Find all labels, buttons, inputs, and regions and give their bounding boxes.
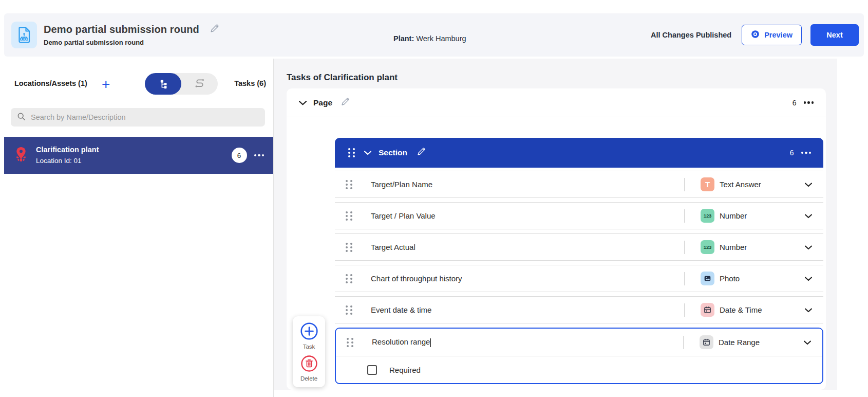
delete-task-button[interactable]: Delete [300,355,318,382]
task-name[interactable]: Target/Plan Name [371,180,432,189]
view-toggle [145,73,218,95]
plant-info: Plant: Werk Hamburg [393,34,466,43]
required-checkbox[interactable] [367,365,377,375]
edit-page-pencil-icon[interactable] [341,97,350,109]
date-range-icon [700,335,713,349]
next-button[interactable]: Next [810,24,859,46]
tree-view-toggle[interactable] [145,73,181,95]
location-item-clarification-plant[interactable]: Clarification plant Location Id: 01 6 [4,137,273,174]
chevron-down-icon[interactable] [804,338,811,347]
task-name[interactable]: Event date & time [371,305,431,314]
delete-task-label: Delete [300,375,317,382]
type-divider [684,241,685,254]
text-cursor [430,338,431,347]
type-divider [684,178,685,191]
type-divider [684,272,685,285]
selected-task-card: Resolution range Date Range Required [335,328,823,384]
task-type-label[interactable]: Number [720,211,747,220]
section-header[interactable]: Section 6 [335,138,823,168]
number-icon: 123 [701,240,714,254]
task-type-label[interactable]: Photo [720,274,740,283]
task-type-label[interactable]: Number [720,243,747,251]
page-card: Page 6 Section [287,88,826,390]
location-task-count-badge: 6 [232,148,247,163]
page-label: Page [313,98,332,107]
edit-title-pencil-icon[interactable] [210,24,219,35]
task-drag-handle-icon[interactable] [347,338,353,347]
page-collapse-chevron-icon[interactable] [299,98,307,107]
locations-count-label: Locations/Assets (1) [14,79,87,87]
page-header: Page 6 [287,88,826,117]
section-menu-icon[interactable] [801,152,812,154]
preview-button[interactable]: Preview [742,25,802,45]
tasks-panel: Tasks of Clarification plant Page 6 [274,59,837,390]
section-drag-handle-icon[interactable] [348,148,355,157]
plant-value: Werk Hamburg [416,34,466,43]
section-block: Section 6 Target/Plan Name T Text Answer [335,138,823,384]
task-toolbar: Task Delete [293,316,325,387]
publish-status: All Changes Published [651,31,731,39]
task-type-label[interactable]: Date Range [719,338,760,347]
task-type-label[interactable]: Date & Time [720,305,762,314]
page-menu-icon[interactable] [804,101,814,104]
round-document-icon [11,22,37,48]
add-task-label: Task [303,344,315,350]
search-box[interactable] [11,108,265,127]
task-row[interactable]: Chart of throughput history Photo [335,265,823,292]
task-drag-handle-icon[interactable] [346,274,352,283]
required-label: Required [389,366,421,374]
task-row[interactable]: Target/Plan Name T Text Answer [335,171,823,198]
task-row[interactable]: Resolution range Date Range [336,329,822,356]
type-divider [684,303,685,317]
chevron-down-icon[interactable] [805,180,812,189]
task-name[interactable]: Resolution range [372,337,431,347]
search-icon [17,112,26,123]
section-collapse-chevron-icon[interactable] [364,148,371,157]
type-divider [684,209,685,223]
task-type-label[interactable]: Text Answer [720,180,761,189]
location-gear-icon [13,146,29,165]
tasks-heading: Tasks of Clarification plant [287,73,398,83]
plus-circle-icon [300,322,318,342]
route-view-toggle[interactable] [181,73,218,95]
task-list: Target/Plan Name T Text Answer Target / … [335,168,823,384]
plant-label: Plant: [393,34,414,43]
add-task-button[interactable]: Task [300,322,318,350]
task-name[interactable]: Target / Plan Value [371,211,436,220]
chevron-down-icon[interactable] [805,305,812,315]
trash-icon [300,355,318,374]
task-name[interactable]: Chart of throughput history [371,274,462,283]
task-row[interactable]: Target / Plan Value 123 Number [335,202,823,229]
chevron-down-icon[interactable] [805,274,812,283]
location-id: Location Id: 01 [36,156,99,166]
task-drag-handle-icon[interactable] [346,211,352,221]
app: Demo partial submission round Demo parti… [0,0,868,397]
eye-icon [751,30,760,40]
task-drag-handle-icon[interactable] [346,243,352,252]
tree-view-icon [158,79,168,89]
locations-sidebar: Locations/Assets (1) + Tasks [4,59,274,397]
add-location-plus-icon[interactable]: + [102,74,110,95]
type-divider [683,336,684,349]
preview-label: Preview [764,31,792,39]
location-menu-icon[interactable] [254,154,265,157]
page-title: Demo partial submission round [44,24,199,35]
location-name: Clarification plant [36,145,99,156]
task-row[interactable]: Target Actual 123 Number [335,233,823,261]
task-drag-handle-icon[interactable] [346,180,352,189]
chevron-down-icon[interactable] [805,211,812,221]
task-name[interactable]: Target Actual [371,243,416,251]
photo-icon [701,272,714,285]
search-input[interactable] [31,113,265,121]
number-icon: 123 [701,209,714,223]
task-drag-handle-icon[interactable] [346,305,352,315]
required-row: Required [336,356,822,383]
tasks-count-label: Tasks (6) [234,79,266,87]
edit-section-pencil-icon[interactable] [417,147,426,158]
chevron-down-icon[interactable] [805,243,812,252]
top-header: Demo partial submission round Demo parti… [4,13,864,57]
page-task-count: 6 [792,99,797,107]
text-answer-icon: T [701,177,714,191]
section-task-count: 6 [790,149,794,157]
task-row[interactable]: Event date & time Date & Time [335,296,823,323]
